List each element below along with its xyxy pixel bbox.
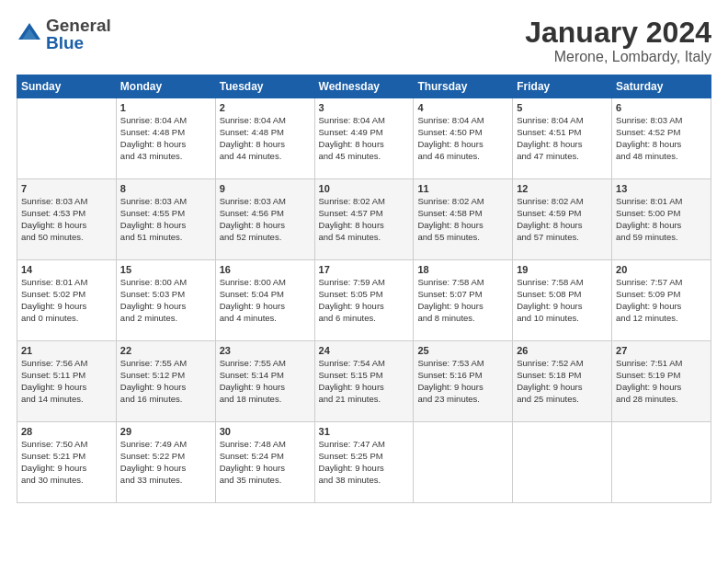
day-info: Sunrise: 7:56 AMSunset: 5:11 PMDaylight:… (21, 358, 112, 405)
day-info: Sunrise: 8:02 AMSunset: 4:59 PMDaylight:… (517, 196, 608, 243)
col-header-tuesday: Tuesday (215, 75, 314, 98)
day-info: Sunrise: 7:58 AMSunset: 5:07 PMDaylight:… (417, 277, 508, 324)
day-number: 26 (517, 345, 608, 356)
day-info: Sunrise: 7:51 AMSunset: 5:19 PMDaylight:… (616, 358, 707, 405)
day-info: Sunrise: 8:04 AMSunset: 4:49 PMDaylight:… (319, 115, 410, 162)
logo-general: General (46, 17, 111, 34)
day-number: 24 (319, 345, 410, 356)
day-cell: 20Sunrise: 7:57 AMSunset: 5:09 PMDayligh… (612, 260, 711, 341)
day-number: 21 (21, 345, 112, 356)
day-cell: 18Sunrise: 7:58 AMSunset: 5:07 PMDayligh… (414, 260, 513, 341)
day-number: 28 (21, 426, 112, 437)
day-number: 25 (417, 345, 508, 356)
day-info: Sunrise: 7:54 AMSunset: 5:15 PMDaylight:… (319, 358, 410, 405)
day-info: Sunrise: 8:04 AMSunset: 4:50 PMDaylight:… (417, 115, 508, 162)
day-number: 31 (319, 426, 410, 437)
day-number: 17 (319, 264, 410, 275)
day-info: Sunrise: 8:04 AMSunset: 4:48 PMDaylight:… (120, 115, 211, 162)
day-info: Sunrise: 8:01 AMSunset: 5:02 PMDaylight:… (21, 277, 112, 324)
day-info: Sunrise: 7:59 AMSunset: 5:05 PMDaylight:… (319, 277, 410, 324)
day-number: 14 (21, 264, 112, 275)
day-cell (612, 422, 711, 503)
header-row: SundayMondayTuesdayWednesdayThursdayFrid… (17, 75, 711, 98)
day-info: Sunrise: 8:02 AMSunset: 4:57 PMDaylight:… (319, 196, 410, 243)
day-cell: 28Sunrise: 7:50 AMSunset: 5:21 PMDayligh… (17, 422, 117, 503)
day-number: 22 (120, 345, 211, 356)
day-info: Sunrise: 7:53 AMSunset: 5:16 PMDaylight:… (417, 358, 508, 405)
calendar-table: SundayMondayTuesdayWednesdayThursdayFrid… (17, 75, 711, 503)
col-header-sunday: Sunday (17, 75, 117, 98)
day-cell: 17Sunrise: 7:59 AMSunset: 5:05 PMDayligh… (314, 260, 414, 341)
day-number: 27 (616, 345, 707, 356)
day-cell: 11Sunrise: 8:02 AMSunset: 4:58 PMDayligh… (414, 179, 513, 260)
day-number: 1 (120, 102, 211, 113)
page: General Blue January 2024 Merone, Lombar… (0, 0, 728, 563)
day-cell: 24Sunrise: 7:54 AMSunset: 5:15 PMDayligh… (314, 341, 414, 422)
day-info: Sunrise: 7:50 AMSunset: 5:21 PMDaylight:… (21, 439, 112, 486)
day-number: 8 (120, 183, 211, 194)
day-number: 18 (417, 264, 508, 275)
day-cell: 22Sunrise: 7:55 AMSunset: 5:12 PMDayligh… (116, 341, 215, 422)
week-row-1: 1Sunrise: 8:04 AMSunset: 4:48 PMDaylight… (17, 98, 711, 179)
day-number: 12 (517, 183, 608, 194)
day-cell: 30Sunrise: 7:48 AMSunset: 5:24 PMDayligh… (215, 422, 314, 503)
day-number: 4 (417, 102, 508, 113)
day-info: Sunrise: 7:58 AMSunset: 5:08 PMDaylight:… (517, 277, 608, 324)
day-cell: 6Sunrise: 8:03 AMSunset: 4:52 PMDaylight… (612, 98, 711, 179)
day-number: 10 (319, 183, 410, 194)
day-cell: 26Sunrise: 7:52 AMSunset: 5:18 PMDayligh… (513, 341, 612, 422)
day-number: 23 (220, 345, 311, 356)
col-header-saturday: Saturday (612, 75, 711, 98)
logo-blue: Blue (46, 34, 111, 52)
day-cell: 3Sunrise: 8:04 AMSunset: 4:49 PMDaylight… (314, 98, 414, 179)
day-number: 15 (120, 264, 211, 275)
day-number: 19 (517, 264, 608, 275)
day-cell (414, 422, 513, 503)
day-cell: 7Sunrise: 8:03 AMSunset: 4:53 PMDaylight… (17, 179, 117, 260)
day-info: Sunrise: 8:01 AMSunset: 5:00 PMDaylight:… (616, 196, 707, 243)
day-number: 9 (220, 183, 311, 194)
day-info: Sunrise: 7:48 AMSunset: 5:24 PMDaylight:… (220, 439, 311, 486)
day-cell: 8Sunrise: 8:03 AMSunset: 4:55 PMDaylight… (116, 179, 215, 260)
day-cell: 13Sunrise: 8:01 AMSunset: 5:00 PMDayligh… (612, 179, 711, 260)
logo-icon (17, 21, 42, 47)
day-info: Sunrise: 7:55 AMSunset: 5:12 PMDaylight:… (120, 358, 211, 405)
day-number: 5 (517, 102, 608, 113)
logo: General Blue (17, 17, 111, 52)
day-info: Sunrise: 8:02 AMSunset: 4:58 PMDaylight:… (417, 196, 508, 243)
week-row-4: 21Sunrise: 7:56 AMSunset: 5:11 PMDayligh… (17, 341, 711, 422)
day-cell (17, 98, 117, 179)
day-cell: 15Sunrise: 8:00 AMSunset: 5:03 PMDayligh… (116, 260, 215, 341)
col-header-thursday: Thursday (414, 75, 513, 98)
day-number: 30 (220, 426, 311, 437)
day-cell: 19Sunrise: 7:58 AMSunset: 5:08 PMDayligh… (513, 260, 612, 341)
header: General Blue January 2024 Merone, Lombar… (17, 17, 711, 65)
week-row-3: 14Sunrise: 8:01 AMSunset: 5:02 PMDayligh… (17, 260, 711, 341)
day-info: Sunrise: 8:04 AMSunset: 4:48 PMDaylight:… (220, 115, 311, 162)
day-cell: 2Sunrise: 8:04 AMSunset: 4:48 PMDaylight… (215, 98, 314, 179)
calendar-title: January 2024 (525, 17, 711, 49)
day-cell: 9Sunrise: 8:03 AMSunset: 4:56 PMDaylight… (215, 179, 314, 260)
day-cell: 10Sunrise: 8:02 AMSunset: 4:57 PMDayligh… (314, 179, 414, 260)
day-number: 20 (616, 264, 707, 275)
day-info: Sunrise: 7:47 AMSunset: 5:25 PMDaylight:… (319, 439, 410, 486)
day-cell: 29Sunrise: 7:49 AMSunset: 5:22 PMDayligh… (116, 422, 215, 503)
day-number: 3 (319, 102, 410, 113)
logo-text: General Blue (46, 17, 111, 52)
week-row-5: 28Sunrise: 7:50 AMSunset: 5:21 PMDayligh… (17, 422, 711, 503)
day-cell: 31Sunrise: 7:47 AMSunset: 5:25 PMDayligh… (314, 422, 414, 503)
day-cell: 5Sunrise: 8:04 AMSunset: 4:51 PMDaylight… (513, 98, 612, 179)
day-cell: 27Sunrise: 7:51 AMSunset: 5:19 PMDayligh… (612, 341, 711, 422)
day-number: 16 (220, 264, 311, 275)
day-cell: 1Sunrise: 8:04 AMSunset: 4:48 PMDaylight… (116, 98, 215, 179)
day-number: 13 (616, 183, 707, 194)
col-header-wednesday: Wednesday (314, 75, 414, 98)
day-info: Sunrise: 8:04 AMSunset: 4:51 PMDaylight:… (517, 115, 608, 162)
day-info: Sunrise: 7:52 AMSunset: 5:18 PMDaylight:… (517, 358, 608, 405)
day-info: Sunrise: 8:03 AMSunset: 4:56 PMDaylight:… (220, 196, 311, 243)
day-cell (513, 422, 612, 503)
day-info: Sunrise: 8:00 AMSunset: 5:03 PMDaylight:… (120, 277, 211, 324)
day-info: Sunrise: 7:49 AMSunset: 5:22 PMDaylight:… (120, 439, 211, 486)
day-number: 2 (220, 102, 311, 113)
day-info: Sunrise: 8:00 AMSunset: 5:04 PMDaylight:… (220, 277, 311, 324)
